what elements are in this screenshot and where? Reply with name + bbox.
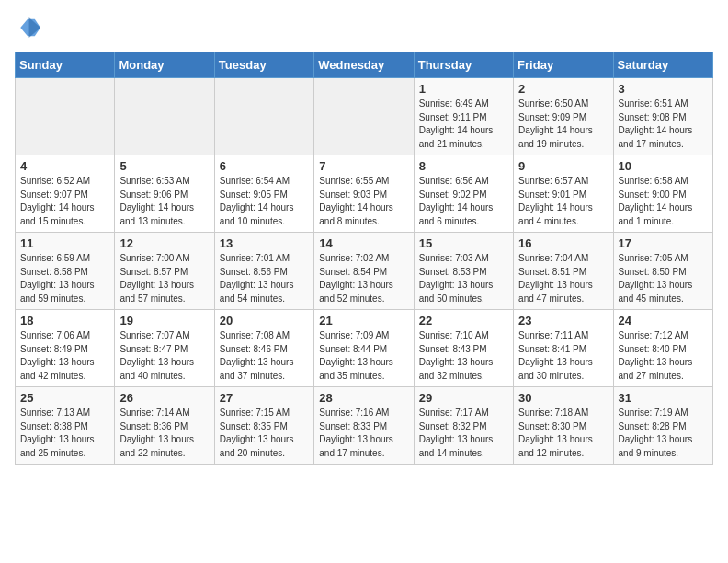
calendar-cell: 14Sunrise: 7:02 AM Sunset: 8:54 PM Dayli… <box>314 233 414 310</box>
calendar-cell: 25Sunrise: 7:13 AM Sunset: 8:38 PM Dayli… <box>16 387 115 465</box>
calendar-week-row: 4Sunrise: 6:52 AM Sunset: 9:07 PM Daylig… <box>16 155 713 233</box>
day-info: Sunrise: 6:57 AM Sunset: 9:01 PM Dayligh… <box>518 175 608 228</box>
day-info: Sunrise: 7:05 AM Sunset: 8:50 PM Dayligh… <box>619 252 708 305</box>
day-number: 23 <box>518 314 608 327</box>
logo-icon <box>15 15 40 40</box>
calendar-cell: 1Sunrise: 6:49 AM Sunset: 9:11 PM Daylig… <box>414 78 513 155</box>
calendar-cell: 6Sunrise: 6:54 AM Sunset: 9:05 PM Daylig… <box>214 155 313 233</box>
day-number: 20 <box>220 314 309 327</box>
calendar-body: 1Sunrise: 6:49 AM Sunset: 9:11 PM Daylig… <box>16 78 713 465</box>
day-info: Sunrise: 6:53 AM Sunset: 9:06 PM Dayligh… <box>119 175 209 228</box>
day-number: 7 <box>319 159 408 173</box>
day-info: Sunrise: 6:58 AM Sunset: 9:00 PM Dayligh… <box>619 175 708 228</box>
day-info: Sunrise: 7:04 AM Sunset: 8:51 PM Dayligh… <box>518 252 608 305</box>
calendar-cell <box>214 78 313 155</box>
calendar-cell: 17Sunrise: 7:05 AM Sunset: 8:50 PM Dayli… <box>613 233 712 310</box>
calendar-cell: 16Sunrise: 7:04 AM Sunset: 8:51 PM Dayli… <box>514 233 613 310</box>
day-info: Sunrise: 6:51 AM Sunset: 9:08 PM Dayligh… <box>619 98 708 151</box>
weekday-header-monday: Monday <box>115 52 214 78</box>
calendar-cell: 13Sunrise: 7:01 AM Sunset: 8:56 PM Dayli… <box>214 233 313 310</box>
calendar-cell: 12Sunrise: 7:00 AM Sunset: 8:57 PM Dayli… <box>115 233 214 310</box>
day-number: 6 <box>220 159 309 173</box>
day-number: 12 <box>119 236 209 250</box>
calendar-cell: 27Sunrise: 7:15 AM Sunset: 8:35 PM Dayli… <box>214 387 313 465</box>
calendar-cell: 19Sunrise: 7:07 AM Sunset: 8:47 PM Dayli… <box>115 310 214 387</box>
calendar-cell <box>16 78 115 155</box>
day-number: 11 <box>20 236 109 250</box>
page-header <box>15 15 713 40</box>
day-number: 4 <box>20 159 109 173</box>
day-info: Sunrise: 6:49 AM Sunset: 9:11 PM Dayligh… <box>419 98 508 151</box>
calendar-cell: 8Sunrise: 6:56 AM Sunset: 9:02 PM Daylig… <box>414 155 513 233</box>
day-info: Sunrise: 7:13 AM Sunset: 8:38 PM Dayligh… <box>20 407 109 460</box>
day-info: Sunrise: 7:17 AM Sunset: 8:32 PM Dayligh… <box>419 407 508 460</box>
day-info: Sunrise: 7:12 AM Sunset: 8:40 PM Dayligh… <box>619 329 708 383</box>
calendar-cell: 22Sunrise: 7:10 AM Sunset: 8:43 PM Dayli… <box>414 310 513 387</box>
day-info: Sunrise: 7:16 AM Sunset: 8:33 PM Dayligh… <box>319 407 408 460</box>
day-number: 13 <box>220 236 309 250</box>
day-info: Sunrise: 6:55 AM Sunset: 9:03 PM Dayligh… <box>319 175 408 228</box>
day-number: 29 <box>419 391 508 405</box>
day-number: 21 <box>319 314 408 327</box>
day-info: Sunrise: 7:19 AM Sunset: 8:28 PM Dayligh… <box>619 407 708 460</box>
day-info: Sunrise: 6:56 AM Sunset: 9:02 PM Dayligh… <box>419 175 508 228</box>
calendar-cell: 20Sunrise: 7:08 AM Sunset: 8:46 PM Dayli… <box>214 310 313 387</box>
calendar-cell <box>314 78 414 155</box>
day-number: 19 <box>119 314 209 327</box>
calendar-cell: 29Sunrise: 7:17 AM Sunset: 8:32 PM Dayli… <box>414 387 513 465</box>
calendar-cell: 3Sunrise: 6:51 AM Sunset: 9:08 PM Daylig… <box>613 78 712 155</box>
calendar-week-row: 11Sunrise: 6:59 AM Sunset: 8:58 PM Dayli… <box>16 233 713 310</box>
weekday-header-wednesday: Wednesday <box>314 52 414 78</box>
day-info: Sunrise: 6:59 AM Sunset: 8:58 PM Dayligh… <box>20 252 109 305</box>
calendar-cell: 10Sunrise: 6:58 AM Sunset: 9:00 PM Dayli… <box>613 155 712 233</box>
weekday-header-thursday: Thursday <box>414 52 513 78</box>
calendar-cell: 4Sunrise: 6:52 AM Sunset: 9:07 PM Daylig… <box>16 155 115 233</box>
day-number: 5 <box>119 159 209 173</box>
day-number: 9 <box>518 159 608 173</box>
day-info: Sunrise: 7:18 AM Sunset: 8:30 PM Dayligh… <box>518 407 608 460</box>
day-info: Sunrise: 7:11 AM Sunset: 8:41 PM Dayligh… <box>518 329 608 383</box>
calendar-cell: 23Sunrise: 7:11 AM Sunset: 8:41 PM Dayli… <box>514 310 613 387</box>
day-number: 18 <box>20 314 109 327</box>
calendar-cell: 5Sunrise: 6:53 AM Sunset: 9:06 PM Daylig… <box>115 155 214 233</box>
calendar-week-row: 18Sunrise: 7:06 AM Sunset: 8:49 PM Dayli… <box>16 310 713 387</box>
day-number: 28 <box>319 391 408 405</box>
day-number: 1 <box>419 82 508 96</box>
day-number: 10 <box>619 159 708 173</box>
day-number: 31 <box>619 391 708 405</box>
calendar-cell: 26Sunrise: 7:14 AM Sunset: 8:36 PM Dayli… <box>115 387 214 465</box>
calendar-week-row: 1Sunrise: 6:49 AM Sunset: 9:11 PM Daylig… <box>16 78 713 155</box>
day-number: 17 <box>619 236 708 250</box>
day-info: Sunrise: 6:50 AM Sunset: 9:09 PM Dayligh… <box>518 98 608 151</box>
calendar-cell: 7Sunrise: 6:55 AM Sunset: 9:03 PM Daylig… <box>314 155 414 233</box>
day-info: Sunrise: 6:54 AM Sunset: 9:05 PM Dayligh… <box>220 175 309 228</box>
day-info: Sunrise: 7:09 AM Sunset: 8:44 PM Dayligh… <box>319 329 408 383</box>
day-number: 15 <box>419 236 508 250</box>
calendar-cell: 2Sunrise: 6:50 AM Sunset: 9:09 PM Daylig… <box>514 78 613 155</box>
day-number: 14 <box>319 236 408 250</box>
calendar-cell: 9Sunrise: 6:57 AM Sunset: 9:01 PM Daylig… <box>514 155 613 233</box>
calendar-cell: 15Sunrise: 7:03 AM Sunset: 8:53 PM Dayli… <box>414 233 513 310</box>
day-info: Sunrise: 7:02 AM Sunset: 8:54 PM Dayligh… <box>319 252 408 305</box>
logo <box>15 15 44 40</box>
calendar-table: SundayMondayTuesdayWednesdayThursdayFrid… <box>15 52 713 465</box>
day-info: Sunrise: 7:10 AM Sunset: 8:43 PM Dayligh… <box>419 329 508 383</box>
calendar-week-row: 25Sunrise: 7:13 AM Sunset: 8:38 PM Dayli… <box>16 387 713 465</box>
calendar-cell: 11Sunrise: 6:59 AM Sunset: 8:58 PM Dayli… <box>16 233 115 310</box>
day-info: Sunrise: 7:01 AM Sunset: 8:56 PM Dayligh… <box>220 252 309 305</box>
day-number: 30 <box>518 391 608 405</box>
day-info: Sunrise: 7:15 AM Sunset: 8:35 PM Dayligh… <box>220 407 309 460</box>
weekday-header-sunday: Sunday <box>16 52 115 78</box>
calendar-cell <box>115 78 214 155</box>
calendar-cell: 30Sunrise: 7:18 AM Sunset: 8:30 PM Dayli… <box>514 387 613 465</box>
day-number: 8 <box>419 159 508 173</box>
day-info: Sunrise: 6:52 AM Sunset: 9:07 PM Dayligh… <box>20 175 109 228</box>
day-number: 26 <box>119 391 209 405</box>
day-number: 25 <box>20 391 109 405</box>
weekday-header-row: SundayMondayTuesdayWednesdayThursdayFrid… <box>16 52 713 78</box>
day-info: Sunrise: 7:00 AM Sunset: 8:57 PM Dayligh… <box>119 252 209 305</box>
day-number: 22 <box>419 314 508 327</box>
day-number: 27 <box>220 391 309 405</box>
day-info: Sunrise: 7:03 AM Sunset: 8:53 PM Dayligh… <box>419 252 508 305</box>
calendar-header: SundayMondayTuesdayWednesdayThursdayFrid… <box>16 52 713 78</box>
